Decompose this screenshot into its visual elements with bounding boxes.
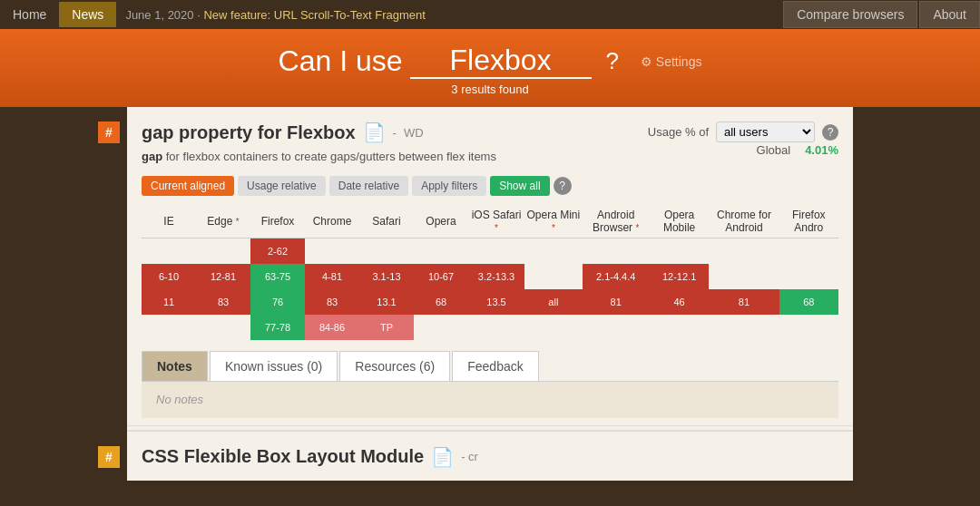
compat-cell-r1-c11 [779, 264, 838, 289]
tab-content-notes: No notes [142, 382, 838, 418]
feature-keyword: gap [142, 150, 162, 163]
browser-header-android-browser: Android Browser * [583, 205, 650, 238]
about-button[interactable]: About [919, 1, 980, 28]
feature-title-2: CSS Flexible Box Layout Module 📄 - cr [142, 446, 838, 468]
compat-cell-r0-c7 [524, 238, 583, 264]
wd-badge: WD [404, 126, 424, 140]
news-text: June 1, 2020 · New feature: URL Scroll-T… [116, 8, 426, 22]
browser-header-opera-mobile: Opera Mobile [650, 205, 710, 238]
compat-cell-r0-c10 [709, 238, 779, 264]
news-link[interactable]: New feature: URL Scroll-To-Text Fragment [203, 8, 425, 22]
compat-cell-r3-c5 [414, 315, 468, 340]
spec-icon-2: 📄 [431, 446, 454, 468]
nav-news[interactable]: News [59, 2, 116, 27]
compat-cell-r3-c1 [196, 315, 250, 340]
compat-cell-r0-c4 [359, 238, 414, 264]
search-bar: Can I use Flexbox ? ⚙ Settings 3 results… [0, 29, 980, 107]
browser-header-safari: Safari [359, 205, 414, 238]
filter-apply-filters[interactable]: Apply filters [412, 176, 486, 196]
results-count: 3 results found [0, 83, 980, 96]
hash-anchor-2[interactable]: # [98, 446, 120, 468]
compare-browsers-button[interactable]: Compare browsers [783, 1, 917, 28]
filter-help-icon[interactable]: ? [554, 177, 572, 195]
no-notes-text: No notes [156, 393, 203, 406]
tab-known-issues[interactable]: Known issues (0) [210, 351, 338, 381]
filter-current-aligned[interactable]: Current aligned [142, 176, 234, 196]
filter-show-all[interactable]: Show all [490, 176, 549, 196]
compat-cell-r1-c8: 2.1-4.4.4 [583, 264, 650, 289]
browser-header-firefox: Firefox [250, 205, 305, 238]
feature-block-2: # CSS Flexible Box Layout Module 📄 - cr [127, 430, 853, 481]
filter-bar: Current aligned Usage relative Date rela… [142, 176, 838, 196]
compat-cell-r2-c2: 76 [250, 289, 305, 315]
nav-left: Home News June 1, 2020 · New feature: UR… [0, 2, 781, 27]
compat-cell-r3-c2: 77-78 [250, 315, 305, 340]
nav-right: Compare browsers About [781, 1, 980, 28]
search-settings[interactable]: ⚙ Settings [641, 54, 701, 69]
feature-description: gap for flexbox containers to create gap… [142, 149, 838, 165]
compat-cell-r1-c2: 63-75 [250, 264, 305, 289]
compat-cell-r0-c2: 2-62 [250, 238, 305, 264]
compat-cell-r1-c9: 12-12.1 [650, 264, 710, 289]
tab-notes[interactable]: Notes [142, 351, 208, 381]
search-term[interactable]: Flexbox [410, 44, 592, 79]
settings-gear-icon: ⚙ [641, 54, 652, 69]
feature-description-rest: for flexbox containers to create gaps/gu… [166, 150, 496, 163]
compat-cell-r0-c11 [779, 238, 838, 264]
compat-cell-r1-c0: 6-10 [142, 264, 196, 289]
compat-cell-r3-c9 [650, 315, 710, 340]
compat-table: IE Edge * Firefox Chrome Safari Opera iO… [142, 205, 838, 340]
browser-header-chrome: Chrome [305, 205, 359, 238]
compat-cell-r0-c8 [583, 238, 650, 264]
compat-cell-r0-c3 [305, 238, 359, 264]
compat-cell-r2-c7: all [524, 289, 583, 315]
filter-usage-relative[interactable]: Usage relative [238, 176, 326, 196]
compat-cell-r3-c3: 84-86 [305, 315, 359, 340]
feature-block: # gap property for Flexbox 📄 - WD Usage … [127, 107, 853, 426]
compat-cell-r2-c11: 68 [779, 289, 838, 315]
compat-cell-r2-c1: 83 [196, 289, 250, 315]
compat-cell-r2-c10: 81 [709, 289, 779, 315]
search-help-icon[interactable]: ? [606, 47, 619, 75]
compat-cell-r1-c6: 3.2-13.3 [468, 264, 524, 289]
usage-controls: Usage % of all users tracked users ? [648, 122, 838, 142]
usage-select[interactable]: all users tracked users [716, 122, 815, 142]
compat-cell-r1-c3: 4-81 [305, 264, 359, 289]
compat-cell-r2-c8: 81 [583, 289, 650, 315]
browser-header-firefox-android: Firefox Andro [779, 205, 838, 238]
search-prefix: Can I use [279, 44, 403, 78]
nav-home[interactable]: Home [0, 2, 59, 27]
compat-cell-r0-c6 [468, 238, 524, 264]
settings-label: Settings [656, 54, 702, 69]
compat-cell-r3-c10 [709, 315, 779, 340]
browser-header-chrome-android: Chrome for Android [709, 205, 779, 238]
news-separator: · [197, 8, 201, 22]
filter-date-relative[interactable]: Date relative [329, 176, 408, 196]
browser-header-edge: Edge * [196, 205, 250, 238]
compat-cell-r1-c1: 12-81 [196, 264, 250, 289]
compat-cell-r1-c5: 10-67 [414, 264, 468, 289]
compat-cell-r2-c9: 46 [650, 289, 710, 315]
compat-cell-r0-c9 [650, 238, 710, 264]
compat-cell-r3-c7 [524, 315, 583, 340]
global-label: Global [757, 143, 791, 157]
top-navigation: Home News June 1, 2020 · New feature: UR… [0, 0, 980, 29]
browser-header-ios-safari: iOS Safari * [468, 205, 524, 238]
compat-cell-r0-c5 [414, 238, 468, 264]
spec-icon: 📄 [363, 122, 386, 143]
compat-cell-r2-c6: 13.5 [468, 289, 524, 315]
compat-table-wrapper: IE Edge * Firefox Chrome Safari Opera iO… [142, 205, 838, 340]
tab-resources[interactable]: Resources (6) [339, 351, 450, 381]
tab-feedback[interactable]: Feedback [452, 351, 538, 381]
compat-cell-r3-c4: TP [359, 315, 414, 340]
compat-cell-r2-c4: 13.1 [359, 289, 414, 315]
tabs-bar: Notes Known issues (0) Resources (6) Fee… [142, 351, 838, 382]
compat-cell-r3-c6 [468, 315, 524, 340]
browser-header-opera: Opera [414, 205, 468, 238]
spec-badge-cr: - cr [461, 450, 478, 463]
hash-anchor[interactable]: # [98, 122, 120, 143]
usage-help-icon[interactable]: ? [822, 124, 838, 141]
feature-title-text: gap property for Flexbox [142, 122, 356, 143]
compat-cell-r3-c8 [583, 315, 650, 340]
news-date: June 1, 2020 [125, 8, 193, 22]
